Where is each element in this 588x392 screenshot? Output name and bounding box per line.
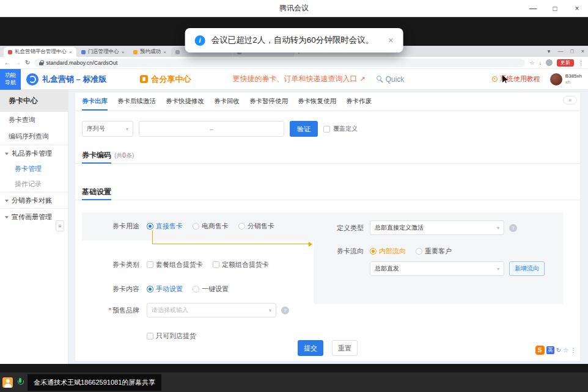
maximize-button[interactable]: □ (544, 0, 566, 16)
flow-option-internal[interactable]: 内部流向 (370, 247, 406, 256)
user-avatar[interactable] (550, 73, 562, 85)
tab-list-icon[interactable]: ▾ (548, 48, 551, 54)
flow-select-row: 总部直发 ▾ 新增流向 (370, 261, 545, 276)
tab-close-icon[interactable]: × (163, 49, 166, 55)
sidebar-group-distribution-recon[interactable]: 分销券卡对账 (0, 192, 68, 208)
info-icon[interactable]: ? (509, 224, 517, 232)
share-center-link[interactable]: 合分享中心 (140, 74, 191, 85)
browser-minimize-button[interactable]: — (557, 48, 563, 54)
tab-card-recycle[interactable]: 券卡回收 (214, 93, 240, 111)
override-checkbox[interactable] (323, 126, 330, 132)
reset-button[interactable]: 重置 (332, 340, 358, 356)
brand-placeholder: 请选择或输入 (152, 306, 188, 314)
forward-icon[interactable]: → (15, 59, 21, 66)
content-option-onekey[interactable]: 一键设置 (193, 285, 229, 294)
browser-window-controls: ▾ — □ × (548, 46, 584, 57)
extension-reload-icon[interactable]: ↻ (556, 347, 561, 354)
browser-tab-3[interactable]: 预约成功 × (129, 47, 171, 57)
definition-type-select[interactable]: 总部直接定义激活 ▾ (370, 220, 504, 235)
tab-card-restore[interactable]: 券卡恢复使用 (298, 93, 336, 111)
content-option-label: 一键设置 (202, 285, 229, 294)
tab-close-icon[interactable]: × (69, 49, 72, 55)
add-flow-button[interactable]: 新增流向 (509, 261, 545, 276)
codes-section-head: 券卡编码 (共 0 条) (75, 148, 580, 164)
content-label: 券卡内容 (75, 285, 139, 294)
window-controls: — □ × (522, 0, 588, 16)
toast-close-icon[interactable]: × (388, 35, 393, 45)
microphone-icon[interactable] (17, 378, 23, 387)
card-usage-row: 券卡用途 直接售卡 电商售卡 (75, 220, 284, 231)
tab-close-icon[interactable]: × (122, 49, 125, 55)
address-bar[interactable]: standard.maboy.cn/CardsOut (34, 59, 525, 67)
share-center-label: 合分享中心 (151, 74, 191, 85)
sidebar-collapse-handle[interactable]: ≡ (56, 220, 64, 231)
radio-icon[interactable] (193, 223, 199, 230)
sidebar-item-code-serial-query[interactable]: 编码序列查询 (0, 128, 68, 145)
category-option-fixed[interactable]: 定额组合提货卡 (213, 260, 269, 269)
sidebar-group-gift-card-mgmt[interactable]: 礼品券卡管理 (0, 145, 68, 161)
content-card: 券卡出库 券卡后续激活 券卡快捷修改 券卡回收 券卡暂停使用 券卡恢复使用 券卡… (75, 93, 580, 361)
bookmark-star-icon[interactable]: ☆ (529, 60, 534, 66)
usage-option-label: 分销售卡 (248, 222, 274, 231)
tab-card-outbound[interactable]: 券卡出库 (82, 93, 108, 111)
tab-card-followup-activate[interactable]: 券卡后续激活 (117, 93, 156, 111)
sidebar-item-card-query[interactable]: 券卡查询 (0, 112, 68, 128)
presale-brand-select[interactable]: 请选择或输入 ▾ (147, 303, 276, 318)
nav-toggle-button[interactable]: 功能 导航 (0, 69, 21, 90)
serial-type-select[interactable]: 序列号 ▾ (82, 121, 133, 137)
chevron-down-icon: ▾ (497, 266, 499, 272)
radio-selected-icon[interactable] (370, 248, 377, 255)
radio-selected-icon[interactable] (147, 223, 153, 230)
flow-option-vip[interactable]: 重要客户 (416, 247, 452, 256)
tutorial-link[interactable]: 系统使用教程 (492, 74, 540, 84)
content-option-manual[interactable]: 手动设置 (147, 285, 183, 294)
usage-option-direct[interactable]: 直接售卡 (147, 222, 183, 231)
info-icon[interactable]: ? (281, 307, 289, 314)
brand-label-text: 预售品牌 (112, 307, 139, 314)
download-icon[interactable]: ↓ (539, 60, 542, 66)
checkbox-icon[interactable] (147, 333, 153, 339)
codes-count: (共 0 条) (114, 148, 134, 163)
tab-card-quick-edit[interactable]: 券卡快捷修改 (166, 93, 204, 111)
sidebar-item-operation-log[interactable]: 操作记录 (0, 176, 68, 192)
flow-select[interactable]: 总部直发 ▾ (370, 261, 504, 276)
extension-star-icon[interactable]: ☆ (563, 347, 568, 354)
extension-menu-icon[interactable]: ⋮ (570, 347, 576, 354)
browser-tab-1[interactable]: 礼盒营销平台管理中心 × (4, 47, 76, 57)
usage-option-distribution[interactable]: 分销售卡 (238, 222, 274, 231)
radio-icon[interactable] (238, 223, 245, 230)
reload-icon[interactable]: ↻ (25, 59, 30, 66)
extension-translate-icon[interactable]: 英 (546, 346, 554, 354)
radio-selected-icon[interactable] (147, 286, 153, 292)
tab-card-void[interactable]: 券卡作废 (346, 93, 372, 111)
browser-update-button[interactable]: 更新 (557, 59, 574, 67)
store-only-option[interactable]: 只可到店提货 (147, 332, 196, 341)
browser-maximize-button[interactable]: □ (570, 48, 573, 54)
expand-panel-button[interactable]: » (563, 96, 577, 104)
sidebar-item-card-mgmt[interactable]: 券卡管理 (0, 161, 68, 176)
checkbox-icon[interactable] (147, 261, 153, 268)
back-icon[interactable]: ← (4, 59, 10, 66)
close-button[interactable]: × (566, 0, 588, 16)
browser-tab-2[interactable]: 门店管理中心 × (77, 47, 129, 57)
category-option-combo[interactable]: 套餐组合提货卡 (147, 260, 203, 269)
verify-button[interactable]: 验证 (290, 121, 318, 137)
sidebar-title: 券卡中心 (0, 90, 68, 112)
browser-close-button[interactable]: × (581, 48, 584, 54)
usage-option-ecommerce[interactable]: 电商售卡 (193, 222, 229, 231)
minimize-button[interactable]: — (522, 0, 544, 16)
tab-card-suspend[interactable]: 券卡暂停使用 (249, 93, 288, 111)
browser-menu-icon[interactable]: ⋮ (578, 60, 584, 66)
extension-s-icon[interactable]: S (535, 346, 545, 355)
submit-button[interactable]: 提交 (298, 340, 323, 356)
radio-icon[interactable] (416, 248, 422, 255)
card-flow-row: 券卡流向 内部流向 重要客户 (326, 247, 461, 256)
browser-profile-icon[interactable] (546, 59, 553, 66)
quick-entry-link[interactable]: 更快捷的券卡、订单和快递速查询入口 ↗ (232, 74, 365, 84)
checkbox-icon[interactable] (213, 261, 219, 268)
serial-range-input[interactable]: – (139, 121, 284, 137)
category-label: 券卡类别 (75, 260, 139, 269)
meeting-window: 腾讯会议 — □ × 礼盒营销平台管理中心 × 门店管理中心 × (0, 0, 588, 392)
quick-search[interactable]: Quick (377, 75, 405, 84)
radio-icon[interactable] (193, 286, 199, 292)
